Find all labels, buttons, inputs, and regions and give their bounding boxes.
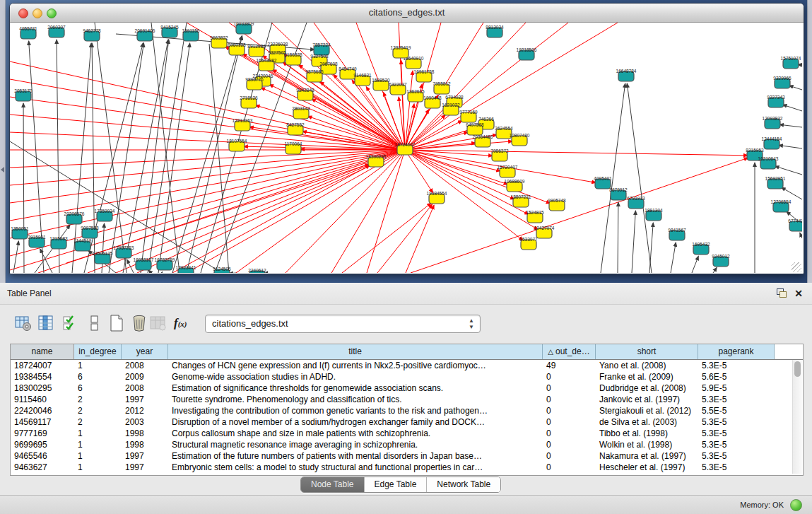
cell-pagerank[interactable]: 5.3E-5 <box>698 428 775 439</box>
table-row[interactable]: 911546021997Tourette syndrome. Phenomeno… <box>11 394 803 405</box>
tab-network-table[interactable]: Network Table <box>427 477 500 492</box>
column-header-name[interactable]: name <box>11 344 74 359</box>
import-table-icon[interactable] <box>149 314 167 332</box>
cell-short[interactable]: Jankovic et al. (1997) <box>596 394 698 405</box>
cell-year[interactable]: 1998 <box>122 428 168 439</box>
cell-short[interactable]: de Silva et al. (2003) <box>596 416 698 428</box>
tab-edge-table[interactable]: Edge Table <box>365 477 428 492</box>
cell-title[interactable]: Tourette syndrome. Phenomenology and cla… <box>168 394 543 405</box>
cell-pagerank[interactable]: 5.3E-5 <box>698 360 775 371</box>
select-attributes-icon[interactable] <box>61 314 80 332</box>
cell-title[interactable]: Estimation of the future numbers of pati… <box>168 450 543 462</box>
column-header-title[interactable]: title <box>168 344 543 359</box>
cell-name[interactable]: 9115460 <box>11 394 74 405</box>
cell-out-de-[interactable]: 49 <box>543 360 596 371</box>
table-settings-icon[interactable] <box>14 314 33 332</box>
cell-title[interactable]: Changes of HCN gene expression and I(f) … <box>168 360 543 371</box>
cell-in-degree[interactable]: 1 <box>74 450 122 462</box>
cell-in-degree[interactable]: 1 <box>74 462 122 473</box>
cell-name[interactable]: 18300295 <box>11 382 74 394</box>
cell-title[interactable]: Investigating the contribution of common… <box>168 405 543 416</box>
cell-out-de-[interactable]: 0 <box>543 439 596 450</box>
cell-year[interactable]: 2012 <box>122 405 168 416</box>
cell-title[interactable]: Embryonic stem cells: a model to study s… <box>168 462 543 473</box>
left-splitter[interactable] <box>0 0 6 283</box>
row-height-icon[interactable] <box>86 314 105 332</box>
cell-title[interactable]: Disruption of a novel member of a sodium… <box>168 416 543 428</box>
new-table-icon[interactable] <box>107 314 126 332</box>
float-panel-icon[interactable] <box>775 288 788 299</box>
cell-short[interactable]: Yano et al. (2008) <box>596 360 698 371</box>
table-row[interactable]: 2242004622012Investigating the contribut… <box>11 405 803 416</box>
table-row[interactable]: 1456911722003Disruption of a novel membe… <box>11 416 803 428</box>
cell-name[interactable]: 22420046 <box>11 405 74 416</box>
cell-name[interactable]: 9463627 <box>11 462 74 473</box>
cell-in-degree[interactable]: 2 <box>74 405 122 416</box>
cell-title[interactable]: Genome-wide association studies in ADHD. <box>168 371 543 382</box>
cell-out-de-[interactable]: 0 <box>543 462 596 473</box>
cell-year[interactable]: 1997 <box>122 394 168 405</box>
cell-year[interactable]: 2008 <box>122 382 168 394</box>
table-row[interactable]: 1872400712008Changes of HCN gene express… <box>11 360 803 371</box>
cell-year[interactable]: 1997 <box>122 462 168 473</box>
cell-name[interactable]: 9699695 <box>11 439 74 450</box>
tab-node-table[interactable]: Node Table <box>301 477 365 492</box>
memory-status-led-icon[interactable] <box>790 499 802 511</box>
cell-pagerank[interactable]: 5.3E-5 <box>698 450 775 462</box>
cell-short[interactable]: Tibbo et al. (1998) <box>596 428 698 439</box>
table-vertical-scrollbar[interactable] <box>792 360 802 474</box>
cell-year[interactable]: 2003 <box>122 416 168 428</box>
network-window[interactable]: citations_edges.txt 40557212060307946277… <box>9 3 804 274</box>
cell-short[interactable]: Nakamura et al. (1997) <box>596 450 698 462</box>
column-header-pagerank[interactable]: pagerank <box>698 344 775 359</box>
cell-out-de-[interactable]: 0 <box>543 382 596 394</box>
cell-out-de-[interactable]: 0 <box>543 428 596 439</box>
table-row[interactable]: 1938455462009Genome-wide association stu… <box>11 371 803 382</box>
cell-in-degree[interactable]: 6 <box>74 371 122 382</box>
cell-in-degree[interactable]: 6 <box>74 382 122 394</box>
network-window-titlebar[interactable]: citations_edges.txt <box>10 4 804 23</box>
cell-year[interactable]: 1997 <box>122 450 168 462</box>
cell-name[interactable]: 14569117 <box>11 416 74 428</box>
cell-pagerank[interactable]: 5.3E-5 <box>698 462 775 473</box>
resize-grip[interactable] <box>792 262 801 272</box>
table-row[interactable]: 977716911998Corpus callosum shape and si… <box>11 428 803 439</box>
cell-pagerank[interactable]: 5.3E-5 <box>698 439 775 450</box>
cell-pagerank[interactable]: 5.3E-5 <box>698 394 775 405</box>
cell-title[interactable]: Estimation of significance thresholds fo… <box>168 382 543 394</box>
cell-year[interactable]: 1998 <box>122 439 168 450</box>
right-splitter[interactable] <box>807 0 812 283</box>
cell-year[interactable]: 2009 <box>122 371 168 382</box>
cell-short[interactable]: Franke et al. (2009) <box>596 371 698 382</box>
scrollbar-thumb[interactable] <box>794 361 801 377</box>
cell-in-degree[interactable]: 1 <box>74 428 122 439</box>
cell-short[interactable]: Hescheler et al. (1997) <box>596 462 698 473</box>
cell-pagerank[interactable]: 5.9E-5 <box>698 382 775 394</box>
table-select-combobox[interactable]: citations_edges.txt ▲▼ <box>205 315 481 333</box>
cell-name[interactable]: 9465546 <box>11 450 74 462</box>
show-column-icon[interactable] <box>37 314 55 332</box>
column-header-short[interactable]: short <box>596 344 698 359</box>
network-canvas[interactable]: 4055721206030794627782069140684152451591… <box>10 23 802 273</box>
cell-in-degree[interactable]: 1 <box>74 360 122 371</box>
cell-out-de-[interactable]: 0 <box>543 405 596 416</box>
cell-out-de-[interactable]: 0 <box>543 450 596 462</box>
cell-in-degree[interactable]: 1 <box>74 439 122 450</box>
cell-title[interactable]: Structural magnetic resonance image aver… <box>168 439 543 450</box>
cell-pagerank[interactable]: 5.3E-5 <box>698 416 775 428</box>
cell-in-degree[interactable]: 2 <box>74 394 122 405</box>
delete-table-icon[interactable] <box>130 314 148 332</box>
cell-out-de-[interactable]: 0 <box>543 394 596 405</box>
cell-name[interactable]: 19384554 <box>11 371 74 382</box>
table-row[interactable]: 1830029562008Estimation of significance … <box>11 382 803 394</box>
cell-pagerank[interactable]: 5.5E-5 <box>698 405 775 416</box>
cell-out-de-[interactable]: 0 <box>543 371 596 382</box>
table-row[interactable]: 969969511998Structural magnetic resonanc… <box>11 439 803 450</box>
close-panel-icon[interactable]: ✕ <box>792 288 805 299</box>
cell-short[interactable]: Wolkin et al. (1998) <box>596 439 698 450</box>
column-header-in-degree[interactable]: in_degree <box>74 344 122 359</box>
column-header-year[interactable]: year <box>122 344 168 359</box>
cell-short[interactable]: Dudbridge et al. (2008) <box>596 382 698 394</box>
column-header-out-de-[interactable]: △out_de… <box>543 344 596 359</box>
cell-name[interactable]: 9777169 <box>11 428 74 439</box>
